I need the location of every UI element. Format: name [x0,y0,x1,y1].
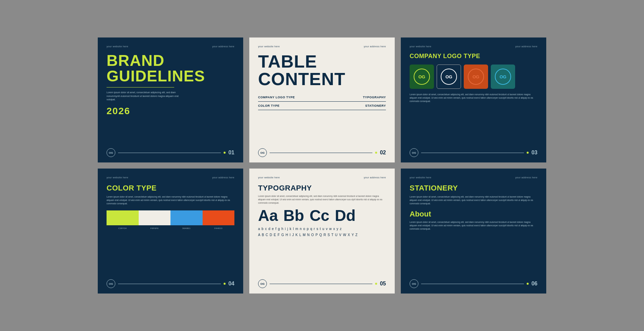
slide-2-cell-1: COMPANY LOGO TYPE [258,93,322,102]
slide-1-address: your address here [212,45,234,48]
slide-3-logo-4: OG [491,65,515,89]
slide-5-uppercase: A B C D E F G H I J K L M N O P Q R S T … [258,232,386,238]
slide-3-logo-2: OG [437,65,461,89]
slide-5-chars: Aa Bb Cc Dd [258,208,386,223]
slide-5-body: Lorem ipsum dolor sit amet, consectetuer… [258,195,386,204]
slide-4-title: COLOR TYPE [107,184,234,193]
slide-5-address: your address here [364,176,386,179]
slide-3-website: your website here [410,45,431,48]
slide-3-logo-3: OG [464,65,488,89]
swatch-label-3: 36A9E1 [170,227,203,229]
slide-4-footer: OG 04 [107,279,234,288]
slide-1-footer: OG 01 [107,148,234,157]
slide-3-logo-footer: OG [410,148,418,157]
slide-2-footer: OG 02 [258,148,386,157]
slide-1: your website here your address here BRAN… [98,37,243,162]
slide-4-page: 04 [228,281,234,287]
slide-2-header: your website here your address here [258,45,386,48]
swatch-blue [170,210,203,225]
slide-4-website: your website here [107,176,128,179]
slide-5-title: TYPOGRAPHY [258,184,386,193]
slide-1-title: BRANDGUIDELINES [107,53,234,84]
slide-5: your website here your address here TYPO… [249,169,395,294]
slide-1-line [118,153,221,153]
slide-5-footer: OG 05 [258,279,386,288]
slide-2-cell-3: COLOR TYPE [258,102,322,110]
slide-2-cell-2: TYPOGRAPHY [322,93,386,102]
slide-3: your website here your address here COMP… [401,37,546,162]
slide-2-address: your address here [364,45,386,48]
slide-3-address: your address here [515,45,537,48]
slide-6-page: 06 [531,281,537,287]
slide-1-logo: OG [107,148,115,157]
slide-6-dot [527,283,529,285]
slide-5-char-1: Aa [258,208,278,223]
slide-3-dot [527,152,529,154]
slide-1-divider [107,87,174,87]
slide-4-header: your website here your address here [107,176,234,179]
slide-5-lowercase: a b c d e f g h i j k l m n o p q r s t … [258,226,386,232]
slide-5-char-3: Cc [309,208,329,223]
slide-6-line [421,284,524,284]
slide-1-page: 01 [228,150,234,156]
slide-3-logo-1: OG [410,65,434,89]
slide-4-logo: OG [107,279,115,288]
slide-3-logo-circle-4: OG [495,69,511,85]
slide-6-address: your address here [515,176,537,179]
slide-1-body: Lorem ipsum dolor sit amet, consectetuer… [107,91,188,102]
slide-4-swatch-labels: C3FF34 F6F6F6 36A9E1 FA4613 [107,227,234,229]
slide-3-body: Lorem ipsum dolor sit amet, consectetuer… [410,93,537,103]
slide-3-line [421,153,524,153]
slide-5-dot [375,283,377,285]
slide-3-page: 03 [531,150,537,156]
slides-grid: your website here your address here BRAN… [98,37,546,294]
swatch-label-4: FA4613 [203,227,235,229]
slide-6-header: your website here your address here [410,176,537,179]
swatch-white [139,210,171,225]
slide-1-website: your website here [107,45,128,48]
swatch-label-2: F6F6F6 [139,227,171,229]
slide-2-table: COMPANY LOGO TYPE TYPOGRAPHY COLOR TYPE … [258,93,386,110]
slide-3-title: COMPANY LOGO TYPE [410,53,537,60]
slide-2: your website here your address here TABL… [249,37,395,162]
slide-3-logo-grid: OG OG OG OG [410,65,537,89]
slide-6-logo: OG [410,279,418,288]
slide-2-website: your website here [258,45,280,48]
slide-6-about-title: About [410,210,537,219]
slide-6-website: your website here [410,176,431,179]
slide-6-title: STATIONERY [410,184,537,193]
slide-2-title: TABLECONTENT [258,53,386,88]
slide-5-website: your website here [258,176,280,179]
slide-5-line [270,284,372,284]
slide-6-footer: OG 06 [410,279,537,288]
swatch-lime [107,210,139,225]
slide-4-swatches [107,210,234,225]
slide-3-logo-circle-3: OG [468,69,484,85]
slide-1-year: 2026 [107,106,234,117]
slide-2-page: 02 [380,150,386,156]
slide-3-logo-circle-2: OG [441,69,457,85]
slide-1-dot [224,152,226,154]
slide-3-logo-circle-1: OG [414,69,430,85]
slide-6-about-body: Lorem ipsum dolor sit amet, consectetuer… [410,221,537,230]
slide-3-footer: OG 03 [410,148,537,157]
swatch-label-1: C3FF34 [107,227,139,229]
slide-6: your website here your address here STAT… [401,169,546,294]
slide-4-address: your address here [212,176,234,179]
slide-5-header: your website here your address here [258,176,386,179]
slide-2-cell-4: STATIONERY [322,102,386,110]
slide-4-body: Lorem ipsum dolor sit amet, consectetuer… [107,195,234,205]
slide-6-body: Lorem ipsum dolor sit amet, consectetuer… [410,195,537,205]
slide-2-dot [375,152,377,154]
slide-1-header: your website here your address here [107,45,234,48]
slide-5-page: 05 [380,281,386,287]
slide-3-header: your website here your address here [410,45,537,48]
slide-4: your website here your address here COLO… [98,169,243,294]
slide-5-char-2: Bb [283,208,304,223]
slide-5-logo: OG [258,279,267,288]
slide-5-char-4: Dd [335,208,355,223]
slide-2-logo: OG [258,148,267,157]
slide-2-line [270,153,372,153]
slide-4-line [118,284,221,284]
slide-4-dot [224,283,226,285]
